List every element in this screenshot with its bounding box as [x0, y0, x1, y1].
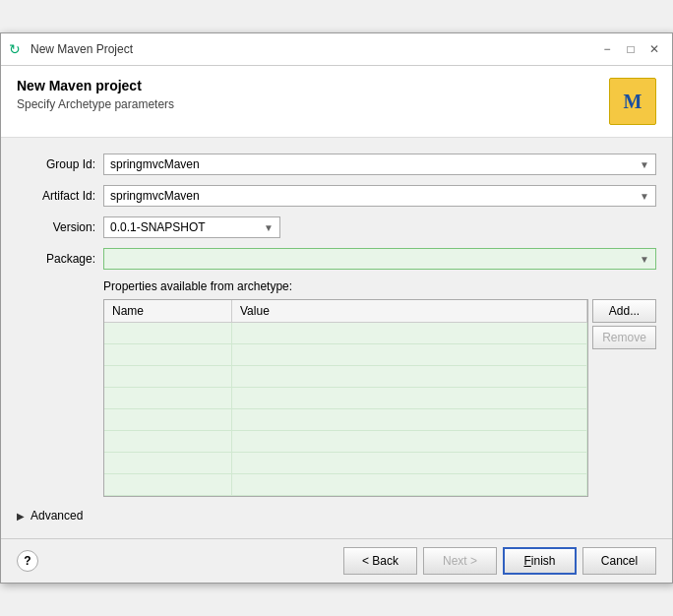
package-input[interactable]: [110, 252, 640, 266]
value-cell: [232, 323, 587, 343]
content-area: Group Id: ▼ Artifact Id: ▼ Version: 0.0.…: [1, 138, 672, 538]
artifact-id-input[interactable]: [110, 189, 640, 203]
value-cell: [232, 409, 587, 430]
title-bar-left: ↻ New Maven Project: [9, 41, 133, 57]
dialog-subtitle: Specify Archetype parameters: [17, 97, 174, 111]
title-bar: ↻ New Maven Project − □ ✕: [1, 33, 672, 66]
value-cell: [232, 431, 587, 452]
next-button[interactable]: Next >: [423, 547, 497, 575]
artifact-id-dropdown-arrow[interactable]: ▼: [640, 191, 649, 202]
name-cell: [104, 431, 232, 452]
window-title: New Maven Project: [31, 42, 133, 56]
table-body: [104, 323, 587, 496]
remove-property-button[interactable]: Remove: [592, 326, 656, 349]
advanced-expand-icon: ▶: [17, 511, 25, 522]
properties-table: Name Value: [103, 299, 588, 497]
artifact-id-field[interactable]: ▼: [103, 185, 656, 207]
maximize-button[interactable]: □: [621, 39, 641, 59]
table-action-buttons: Add... Remove: [592, 299, 656, 497]
add-property-button[interactable]: Add...: [592, 299, 656, 323]
table-row[interactable]: [104, 344, 587, 366]
artifact-id-label: Artifact Id:: [17, 189, 95, 203]
package-row: Package: ▼: [17, 248, 656, 270]
version-dropdown[interactable]: 0.0.1-SNAPSHOT ▼: [103, 216, 280, 238]
name-cell: [104, 453, 232, 473]
close-button[interactable]: ✕: [644, 39, 664, 59]
name-cell: [104, 474, 232, 495]
header-section: New Maven project Specify Archetype para…: [1, 66, 672, 138]
back-button[interactable]: < Back: [343, 547, 417, 575]
package-label: Package:: [17, 252, 95, 266]
footer-left: ?: [17, 550, 38, 572]
table-row[interactable]: [104, 409, 587, 431]
table-row[interactable]: [104, 474, 587, 496]
name-column-header: Name: [104, 300, 232, 322]
new-maven-project-dialog: ↻ New Maven Project − □ ✕ New Maven proj…: [0, 32, 673, 584]
help-button[interactable]: ?: [17, 550, 38, 572]
group-id-dropdown-arrow[interactable]: ▼: [640, 159, 649, 170]
value-cell: [232, 366, 587, 387]
group-id-input[interactable]: [110, 157, 640, 171]
value-cell: [232, 453, 587, 473]
name-cell: [104, 409, 232, 430]
package-field[interactable]: ▼: [103, 248, 656, 270]
name-cell: [104, 366, 232, 387]
version-row: Version: 0.0.1-SNAPSHOT ▼: [17, 216, 656, 238]
value-column-header: Value: [232, 300, 587, 322]
artifact-id-row: Artifact Id: ▼: [17, 185, 656, 207]
table-row[interactable]: [104, 366, 587, 388]
dialog-title: New Maven project: [17, 78, 174, 93]
group-id-row: Group Id: ▼: [17, 154, 656, 175]
maven-icon: M: [609, 78, 656, 125]
table-row[interactable]: [104, 453, 587, 474]
value-cell: [232, 344, 587, 365]
table-header: Name Value: [104, 300, 587, 323]
value-cell: [232, 474, 587, 495]
finish-button[interactable]: Finish: [503, 547, 577, 575]
table-row[interactable]: [104, 431, 587, 453]
name-cell: [104, 344, 232, 365]
finish-label: Finish: [523, 554, 555, 568]
properties-section-label: Properties available from archetype:: [103, 279, 656, 293]
version-value: 0.0.1-SNAPSHOT: [110, 220, 206, 234]
refresh-icon: ↻: [9, 41, 25, 57]
name-cell: [104, 323, 232, 343]
package-dropdown-arrow[interactable]: ▼: [640, 254, 649, 265]
value-cell: [232, 388, 587, 408]
footer-buttons: < Back Next > Finish Cancel: [343, 547, 656, 575]
version-dropdown-arrow[interactable]: ▼: [264, 222, 274, 233]
advanced-label: Advanced: [31, 509, 83, 523]
cancel-button[interactable]: Cancel: [582, 547, 656, 575]
properties-table-wrapper: Name Value Add... Remove: [103, 299, 656, 497]
group-id-field[interactable]: ▼: [103, 154, 656, 175]
name-cell: [104, 388, 232, 408]
minimize-button[interactable]: −: [597, 39, 617, 59]
advanced-section[interactable]: ▶ Advanced: [17, 509, 656, 523]
footer: ? < Back Next > Finish Cancel: [1, 538, 672, 583]
table-row[interactable]: [104, 323, 587, 344]
version-label: Version:: [17, 220, 95, 234]
header-text: New Maven project Specify Archetype para…: [17, 78, 174, 111]
title-bar-controls: − □ ✕: [597, 39, 664, 59]
group-id-label: Group Id:: [17, 157, 95, 171]
table-row[interactable]: [104, 388, 587, 409]
